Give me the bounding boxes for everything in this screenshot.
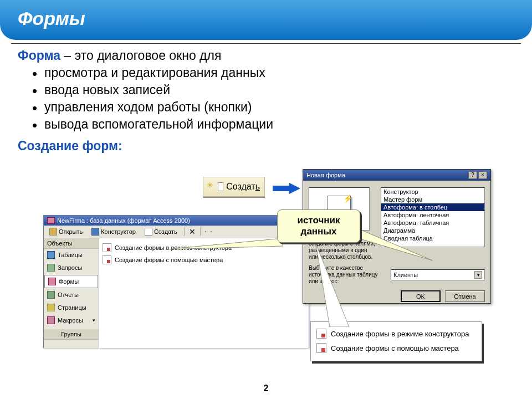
wizard-icon bbox=[316, 329, 326, 339]
sidebar-item-macros[interactable]: Макросы▾ bbox=[44, 314, 99, 327]
db-window-titlebar: NewFirma : база данных (формат Access 20… bbox=[44, 216, 309, 226]
list-option[interactable]: Мастер форм bbox=[381, 196, 484, 203]
view-large-icon[interactable] bbox=[205, 231, 206, 232]
source-select[interactable]: Клиенты ▾ bbox=[391, 269, 485, 280]
table-icon bbox=[47, 251, 55, 259]
page-title: Формы bbox=[18, 8, 514, 29]
term: Форма bbox=[18, 48, 60, 63]
report-icon bbox=[47, 291, 55, 299]
delete-icon[interactable]: ✕ bbox=[189, 227, 196, 236]
wizard-icon bbox=[103, 255, 111, 264]
list-item-label: Создание формы в режиме конструктора bbox=[331, 330, 469, 338]
open-icon bbox=[49, 228, 57, 236]
list-item-label: Создание формы с помощью мастера bbox=[331, 344, 459, 352]
db-body: Объекты Таблицы Запросы Формы Отчеты Стр… bbox=[44, 238, 309, 348]
source-label: Выберите в качестве источника данных таб… bbox=[309, 265, 386, 285]
bullet-item: ввода новых записей bbox=[44, 81, 514, 99]
content-area: Форма – это диалоговое окно для просмотр… bbox=[0, 44, 532, 154]
list-option[interactable]: Диаграмма bbox=[381, 227, 484, 234]
sidebar-item-queries[interactable]: Запросы bbox=[44, 262, 99, 274]
db-window-title: NewFirma : база данных (формат Access 20… bbox=[57, 217, 190, 224]
create-button[interactable]: Создать bbox=[203, 177, 265, 197]
bullet-list: просмотра и редактирования данных ввода … bbox=[18, 64, 514, 133]
list-item-label: Создание формы с помощью мастера bbox=[115, 257, 223, 263]
macro-icon bbox=[47, 316, 55, 324]
callout-bubble: источник данных bbox=[277, 209, 360, 243]
form-icon bbox=[47, 217, 55, 224]
separator bbox=[200, 227, 201, 236]
create-button-label: Создать bbox=[226, 182, 260, 192]
list-item[interactable]: Создание формы в режиме конструктора bbox=[103, 242, 305, 254]
open-button[interactable]: Открыть bbox=[47, 227, 85, 236]
page-number: 2 bbox=[0, 383, 532, 393]
list-option[interactable]: Конструктор bbox=[381, 188, 484, 196]
db-toolbar: Открыть Конструктор Создать ✕ bbox=[44, 226, 309, 238]
sidebar-footer: Группы bbox=[44, 329, 99, 340]
arrow-right-icon bbox=[273, 183, 300, 194]
list-item-label: Создание формы в режиме конструктора bbox=[115, 244, 232, 251]
definition-line: Форма – это диалоговое окно для bbox=[18, 48, 514, 63]
designer-button[interactable]: Конструктор bbox=[89, 227, 138, 236]
list-item[interactable]: Создание формы в режиме конструктора bbox=[316, 326, 476, 341]
close-button[interactable]: × bbox=[478, 171, 487, 179]
popup-form-options: Создание формы в режиме конструктора Соз… bbox=[310, 321, 482, 361]
view-list-icon[interactable] bbox=[211, 231, 212, 232]
bullet-item: управления ходом работы (кнопки) bbox=[44, 99, 514, 116]
db-sidebar: Объекты Таблицы Запросы Формы Отчеты Стр… bbox=[44, 238, 99, 348]
ok-button[interactable]: OK bbox=[401, 290, 441, 302]
sidebar-item-tables[interactable]: Таблицы bbox=[44, 249, 99, 262]
chevron-down-icon: ▾ bbox=[474, 271, 482, 279]
page-icon bbox=[218, 182, 223, 191]
database-window: NewFirma : база данных (формат Access 20… bbox=[43, 215, 309, 348]
bullet-item: просмотра и редактирования данных bbox=[44, 64, 514, 81]
subheading: Создание форм: bbox=[18, 139, 514, 154]
form-type-list[interactable]: Конструктор Мастер форм Автоформа: в сто… bbox=[381, 187, 485, 247]
definition-text: – это диалоговое окно для bbox=[60, 48, 221, 63]
list-option[interactable]: Автоформа: табличная bbox=[381, 219, 484, 227]
form-icon bbox=[48, 278, 56, 285]
new-icon bbox=[145, 228, 152, 236]
query-icon bbox=[47, 264, 55, 272]
db-main: Создание формы в режиме конструктора Соз… bbox=[99, 238, 309, 348]
list-option-selected[interactable]: Автоформа: в столбец bbox=[381, 203, 484, 211]
wizard-icon bbox=[103, 243, 111, 252]
list-option[interactable]: Сводная таблица bbox=[381, 234, 484, 242]
wizard-icon bbox=[316, 343, 326, 353]
list-option[interactable]: Автоформа: ленточная bbox=[381, 211, 484, 219]
create-tb-button[interactable]: Создать bbox=[142, 227, 180, 236]
source-value: Клиенты bbox=[393, 272, 418, 278]
sidebar-item-pages[interactable]: Страницы bbox=[44, 301, 99, 314]
page-icon bbox=[47, 304, 55, 311]
help-button[interactable]: ? bbox=[468, 171, 477, 179]
dialog-titlebar: Новая форма ? × bbox=[303, 170, 490, 181]
sparkle-icon bbox=[208, 182, 215, 192]
sidebar-item-reports[interactable]: Отчеты bbox=[44, 289, 99, 301]
ruler-icon bbox=[91, 228, 99, 236]
callout-line1: источник bbox=[297, 215, 340, 226]
bullet-item: вывода вспомогательной информации bbox=[44, 116, 514, 133]
separator bbox=[184, 227, 185, 236]
sidebar-header: Объекты bbox=[44, 238, 99, 249]
callout-line2: данных bbox=[297, 226, 340, 237]
chevron-down-icon: ▾ bbox=[93, 318, 95, 323]
dialog-body: Автоматическое создание форм с полями, р… bbox=[303, 181, 490, 309]
sidebar-item-forms[interactable]: Формы bbox=[44, 275, 98, 288]
slide-header: Формы bbox=[0, 0, 532, 40]
cancel-button[interactable]: Отмена bbox=[445, 290, 485, 302]
dialog-title: Новая форма bbox=[306, 172, 345, 178]
list-item[interactable]: Создание формы с помощью мастера bbox=[103, 254, 305, 266]
list-item[interactable]: Создание формы с помощью мастера bbox=[316, 341, 476, 355]
